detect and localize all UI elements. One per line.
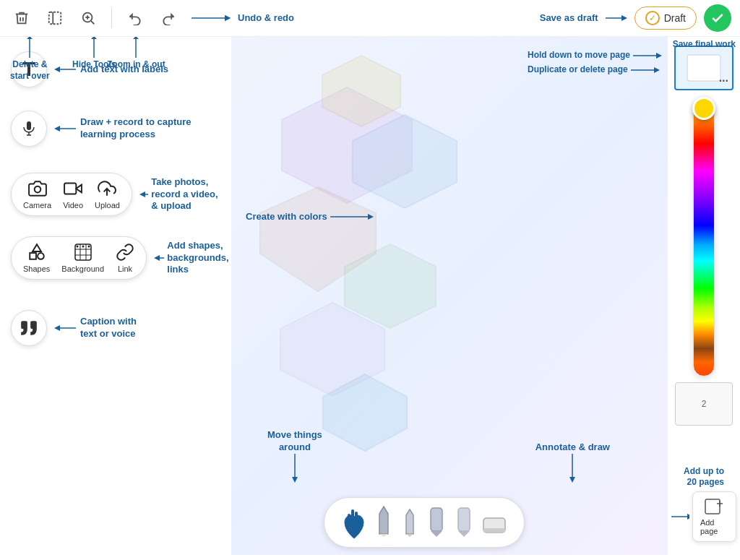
hex-shape-3 [318,51,405,131]
save-draft-arrow-icon [606,12,627,25]
svg-marker-21 [33,244,41,251]
duplicate-arrow-icon [631,64,660,77]
upload-tool[interactable]: Upload [95,179,120,210]
svg-marker-55 [406,534,413,537]
svg-marker-14 [54,126,60,132]
svg-rect-58 [458,508,470,531]
media-arrow-icon [139,188,148,201]
svg-marker-42 [323,374,407,451]
svg-marker-52 [379,507,388,534]
save-draft-button[interactable]: ✓ Draft [634,7,697,30]
color-strip[interactable] [693,102,715,376]
save-final-check-icon [710,11,725,25]
svg-marker-48 [569,477,575,483]
svg-rect-0 [49,12,61,25]
annotate-draw-arrow-icon [566,454,579,483]
undo-button[interactable] [122,5,148,31]
hold-move-annotation: Hold down to move page [528,49,662,62]
shapes-label-ann: Add shapes, backgrounds, & links [167,240,240,277]
page-thumb-preview-icon [686,53,722,82]
color-knob[interactable] [692,97,715,120]
drawing-tool-pill [324,497,525,548]
add-pages-arrow-icon [671,510,689,523]
save-final-label: Save final work [673,39,736,51]
undo-redo-arrow-icon [192,11,235,25]
link-tool[interactable]: Link [116,243,134,273]
background-label: Background [61,264,104,273]
link-label: Link [118,264,132,273]
shapes-tool[interactable]: Shapes [23,243,50,273]
hex-shape-7 [318,369,412,456]
eraser-tool[interactable] [482,515,507,540]
move-things-label: Move thingsaround [267,429,322,454]
marker-tool-2[interactable] [455,507,473,540]
video-tool[interactable]: Video [63,179,83,210]
svg-marker-57 [431,531,442,537]
media-tool-pill: Camera Video [11,173,132,216]
pencil-tool-2[interactable] [401,508,418,540]
svg-marker-54 [406,509,413,534]
create-colors-annotation: Create with colors [246,210,374,223]
pencil-icon-1 [375,505,392,537]
caption-button[interactable] [11,310,47,346]
draw-arrow-icon [54,122,76,135]
camera-tool[interactable]: Camera [23,179,51,210]
add-page-button[interactable]: Add page [692,491,736,542]
page-2-label: 2 [702,399,707,409]
delete-label: Delete &start over [10,59,50,82]
upload-label: Upload [95,201,120,210]
add-page-label: Add page [700,518,728,535]
caption-label: Caption withtext or voice [80,316,137,340]
camera-label: Camera [23,201,51,210]
add-page-section: Add up to20 pages Add page [671,466,736,549]
svg-marker-64 [687,514,689,520]
draw-record-button[interactable] [11,111,47,147]
draw-record-row: Draw + record to capturelearning process [11,111,192,147]
svg-marker-53 [379,534,388,537]
svg-point-22 [38,253,44,259]
caption-arrow-icon [54,322,76,335]
pencil-tool-1[interactable] [375,505,392,540]
svg-marker-10 [54,66,60,72]
save-final-button[interactable] [704,4,731,32]
save-final-annotation-group: Save final work [673,39,736,51]
svg-line-5 [91,21,94,24]
add-page-row: Add page [671,491,736,542]
redo-button[interactable] [155,5,181,31]
page-thumb-container[interactable]: ··· [674,46,733,90]
hide-tools-button[interactable] [42,5,68,31]
zoom-in-button[interactable] [75,5,101,31]
hold-move-arrow-icon [633,49,662,62]
marker-tool-1[interactable] [427,507,446,540]
canvas-area[interactable]: Create with colors Move thingsaround Ann… [231,37,668,555]
link-icon [116,243,134,262]
svg-rect-65 [705,499,720,514]
caption-row: Caption withtext or voice [11,310,137,346]
color-picker-container[interactable] [693,102,715,376]
svg-rect-51 [348,514,350,521]
svg-point-29 [76,246,78,248]
divider [111,8,112,28]
delete-button[interactable] [9,5,35,31]
draw-record-label: Draw + record to capturelearning process [80,116,192,141]
shapes-tools-row: Shapes [11,236,240,280]
right-panel: ··· 2 Add up to20 pages [668,37,740,555]
zoom-label: Zoom in & out [107,59,165,71]
move-tool[interactable] [342,508,366,540]
toolbar: Undo & redo Save as draft ✓ Draft [0,0,740,37]
svg-rect-62 [687,55,720,81]
add-pages-label: Add up to20 pages [684,466,724,488]
main-area: T Add text with labels [0,37,740,555]
svg-marker-33 [154,255,160,261]
page-more-button[interactable]: ··· [719,74,728,87]
page-2-thumb[interactable]: 2 [675,382,733,426]
page-1-thumb[interactable]: ··· [674,46,733,90]
caption-annotation: Caption withtext or voice [54,316,137,340]
svg-rect-49 [351,509,354,520]
draft-check-icon: ✓ [645,11,660,25]
save-draft-annotation: Save as draft [540,12,598,25]
background-tool[interactable]: Background [61,243,104,273]
move-things-annotation: Move thingsaround [267,429,322,483]
media-label: Take photos, record a video, & upload [151,176,220,213]
annotate-draw-annotation: Annotate & draw [535,441,610,483]
